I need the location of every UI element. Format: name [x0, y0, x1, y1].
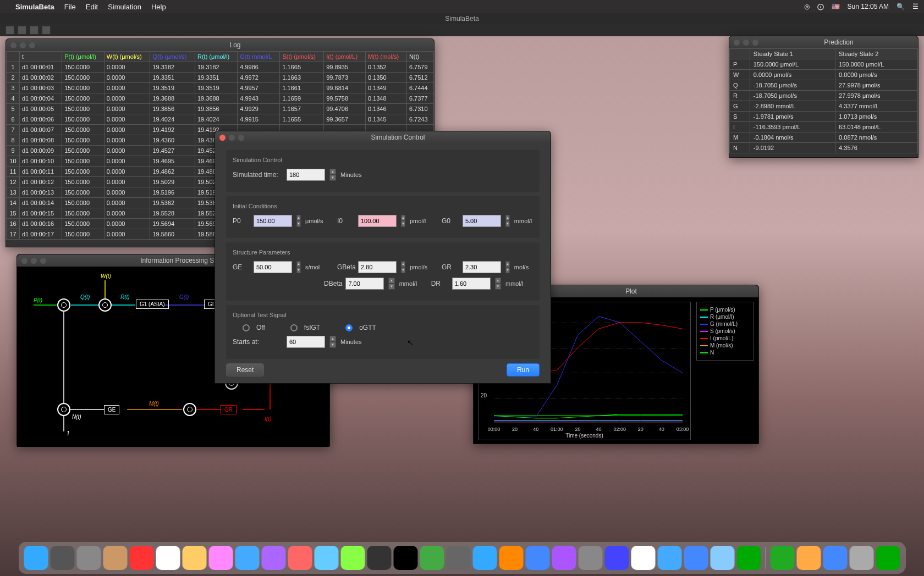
dock-app-icon[interactable]	[156, 546, 180, 570]
wifi-icon[interactable]: ⨀	[817, 3, 824, 10]
gr-input[interactable]	[463, 261, 501, 273]
reset-button[interactable]: Reset	[226, 363, 264, 376]
dock-app-icon[interactable]	[579, 546, 603, 570]
log-cell: 19.4527	[150, 146, 195, 156]
dock-app-icon[interactable]	[823, 546, 848, 570]
dock-app-icon[interactable]	[447, 546, 471, 570]
dock-app-icon[interactable]	[552, 546, 576, 570]
g0-stepper[interactable]: ▲▼	[505, 215, 510, 227]
close-icon[interactable]	[734, 40, 740, 46]
dock-app-icon[interactable]	[235, 546, 260, 570]
gbeta-input[interactable]	[358, 261, 397, 273]
table-row[interactable]: 3d1 00:00:03150.00000.000019.351919.3519…	[7, 83, 434, 93]
zoom-icon[interactable]	[29, 42, 35, 48]
dock-app-icon[interactable]	[473, 546, 497, 570]
dock-app-icon[interactable]	[420, 546, 444, 570]
log-cell: d1 00:00:01	[20, 62, 62, 73]
prediction-title: Prediction	[764, 38, 914, 46]
close-icon[interactable]	[10, 42, 16, 48]
dock-app-icon[interactable]	[771, 546, 795, 570]
dock-app-icon[interactable]	[605, 546, 629, 570]
ge-input[interactable]	[254, 261, 292, 273]
close-icon[interactable]	[21, 258, 28, 264]
table-row[interactable]: 2d1 00:00:02150.00000.000019.335119.3351…	[7, 73, 434, 83]
dock-app-icon[interactable]	[394, 546, 418, 570]
dock-app-icon[interactable]	[499, 546, 524, 570]
dock-app-icon[interactable]	[262, 546, 286, 570]
ge-stepper[interactable]: ▲▼	[296, 261, 301, 273]
table-row[interactable]: 5d1 00:00:05150.00000.000019.385619.3856…	[7, 104, 434, 114]
i0-stepper[interactable]: ▲▼	[401, 215, 405, 227]
dock-app-icon[interactable]	[341, 546, 365, 570]
dock-app-icon[interactable]	[103, 546, 128, 570]
starts-input[interactable]	[287, 336, 325, 348]
gbeta-stepper[interactable]: ▲▼	[401, 261, 405, 273]
toolbar-settings-icon[interactable]	[42, 26, 51, 35]
dock-app-icon[interactable]	[315, 546, 339, 570]
log-header: N(t)	[406, 52, 433, 62]
toolbar-save-icon[interactable]	[30, 26, 38, 35]
app-name[interactable]: SimulaBeta	[15, 3, 54, 11]
dock-app-icon[interactable]	[288, 546, 312, 570]
radio-off[interactable]	[243, 324, 250, 331]
dock-app-icon[interactable]	[367, 546, 392, 570]
dr-stepper[interactable]: ▲▼	[495, 278, 501, 290]
p0-stepper[interactable]: ▲▼	[296, 215, 301, 227]
zoom-icon[interactable]	[752, 40, 758, 46]
dock-app-icon[interactable]	[526, 546, 550, 570]
dbeta-input[interactable]	[345, 278, 384, 290]
table-row[interactable]: 1d1 00:00:01150.00000.000019.318219.3182…	[7, 62, 434, 73]
i0-input[interactable]	[358, 215, 397, 227]
dock-app-icon[interactable]	[797, 546, 821, 570]
menu-file[interactable]: File	[64, 3, 76, 11]
menu-help[interactable]: Help	[151, 3, 166, 11]
g0-input[interactable]	[463, 215, 501, 227]
dock-app-icon[interactable]	[183, 546, 207, 570]
starts-stepper[interactable]: ▲▼	[329, 336, 336, 348]
prediction-titlebar[interactable]: Prediction	[729, 36, 918, 48]
minimize-icon[interactable]	[20, 42, 26, 48]
menu-simulation[interactable]: Simulation	[108, 3, 141, 11]
run-button[interactable]: Run	[507, 363, 540, 376]
minimize-icon[interactable]	[229, 135, 235, 141]
dock-app-icon[interactable]	[658, 546, 682, 570]
control-center-icon[interactable]: ☰	[912, 3, 919, 10]
radio-ogtt[interactable]	[345, 324, 353, 331]
dock-app-icon[interactable]	[711, 546, 735, 570]
dock-app-icon[interactable]	[24, 546, 48, 570]
dock-app-icon[interactable]	[209, 546, 233, 570]
dbeta-stepper[interactable]: ▲▼	[388, 278, 394, 290]
toolbar-open-icon[interactable]	[18, 26, 26, 35]
dock-app-icon[interactable]	[737, 546, 761, 570]
dock-app-icon[interactable]	[77, 546, 101, 570]
radio-fsigt[interactable]	[290, 324, 298, 331]
table-row[interactable]: 4d1 00:00:04150.00000.000019.368819.3688…	[7, 93, 434, 104]
minimize-icon[interactable]	[743, 40, 749, 46]
zoom-icon[interactable]	[40, 258, 46, 264]
log-cell: 13	[7, 187, 20, 198]
simtime-stepper[interactable]: ▲▼	[329, 169, 336, 181]
tray-icon[interactable]: ◎	[804, 3, 810, 10]
simtime-input[interactable]	[287, 169, 325, 181]
dock-app-icon[interactable]	[876, 546, 900, 570]
dock-app-icon[interactable]	[51, 546, 75, 570]
minimize-icon[interactable]	[31, 258, 37, 264]
menu-edit[interactable]: Edit	[86, 3, 98, 11]
dock-app-icon[interactable]	[130, 546, 154, 570]
dock-app-icon[interactable]	[631, 546, 656, 570]
clock[interactable]: Sun 12:05 AM	[848, 3, 889, 10]
flag-icon[interactable]: 🇺🇸	[832, 3, 840, 10]
log-titlebar[interactable]: Log	[6, 39, 434, 51]
zoom-icon[interactable]	[238, 135, 244, 141]
dr-input[interactable]	[452, 278, 491, 290]
dock-app-icon[interactable]	[850, 546, 874, 570]
table-row[interactable]: 6d1 00:00:06150.00000.000019.402419.4024…	[7, 114, 434, 125]
p0-input[interactable]	[254, 215, 292, 227]
dock-app-icon[interactable]	[684, 546, 708, 570]
toolbar-new-icon[interactable]	[6, 26, 14, 35]
simcontrol-titlebar[interactable]: Simulation Control	[215, 131, 551, 143]
close-icon[interactable]	[219, 135, 226, 141]
search-icon[interactable]: 🔍	[897, 3, 905, 10]
log-title: Log	[41, 41, 430, 49]
gr-stepper[interactable]: ▲▼	[505, 261, 510, 273]
